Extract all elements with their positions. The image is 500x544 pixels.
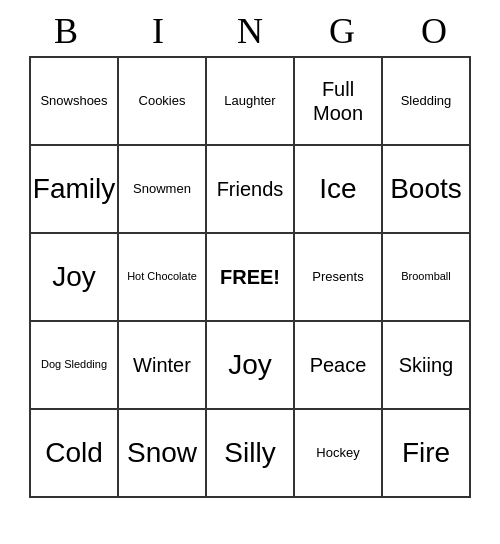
letter-n: N bbox=[206, 10, 294, 52]
bingo-cell[interactable]: Fire bbox=[383, 410, 471, 498]
bingo-cell[interactable]: Skiing bbox=[383, 322, 471, 410]
bingo-cell[interactable]: Cookies bbox=[119, 58, 207, 146]
bingo-cell[interactable]: Silly bbox=[207, 410, 295, 498]
bingo-grid: SnowshoesCookiesLaughterFull MoonSleddin… bbox=[29, 56, 471, 498]
bingo-cell[interactable]: Joy bbox=[207, 322, 295, 410]
bingo-cell[interactable]: Cold bbox=[31, 410, 119, 498]
bingo-cell[interactable]: Hockey bbox=[295, 410, 383, 498]
bingo-cell[interactable]: Sledding bbox=[383, 58, 471, 146]
bingo-cell[interactable]: Ice bbox=[295, 146, 383, 234]
bingo-header: B I N G O bbox=[20, 10, 480, 52]
letter-g: G bbox=[298, 10, 386, 52]
bingo-cell[interactable]: Winter bbox=[119, 322, 207, 410]
letter-b: B bbox=[22, 10, 110, 52]
bingo-cell[interactable]: Snowmen bbox=[119, 146, 207, 234]
bingo-cell[interactable]: Family bbox=[31, 146, 119, 234]
bingo-cell[interactable]: Hot Chocolate bbox=[119, 234, 207, 322]
bingo-cell[interactable]: Broomball bbox=[383, 234, 471, 322]
bingo-cell[interactable]: Dog Sledding bbox=[31, 322, 119, 410]
letter-i: I bbox=[114, 10, 202, 52]
bingo-cell[interactable]: Snow bbox=[119, 410, 207, 498]
bingo-cell[interactable]: Snowshoes bbox=[31, 58, 119, 146]
bingo-cell[interactable]: Peace bbox=[295, 322, 383, 410]
letter-o: O bbox=[390, 10, 478, 52]
bingo-cell[interactable]: Friends bbox=[207, 146, 295, 234]
bingo-cell[interactable]: FREE! bbox=[207, 234, 295, 322]
bingo-cell[interactable]: Presents bbox=[295, 234, 383, 322]
bingo-cell[interactable]: Joy bbox=[31, 234, 119, 322]
bingo-cell[interactable]: Laughter bbox=[207, 58, 295, 146]
bingo-cell[interactable]: Full Moon bbox=[295, 58, 383, 146]
bingo-cell[interactable]: Boots bbox=[383, 146, 471, 234]
